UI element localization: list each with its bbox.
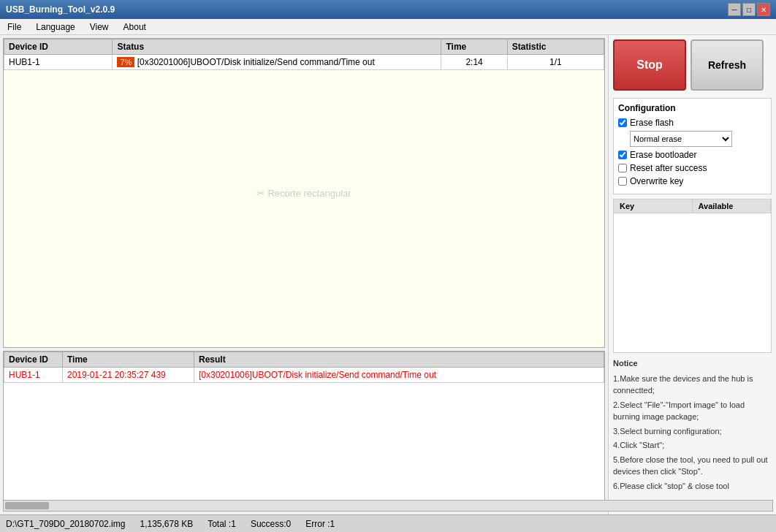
reset-after-success-row: Reset after success bbox=[618, 163, 767, 173]
upper-table-container: Device ID Status Time Statistic HUB1-1 7… bbox=[3, 38, 605, 348]
right-panel: Stop Refresh Configuration Erase flash N… bbox=[608, 35, 776, 514]
col-statistic: Statistic bbox=[507, 39, 604, 55]
minimize-button[interactable]: ─ bbox=[728, 3, 741, 16]
menu-view[interactable]: View bbox=[85, 20, 113, 34]
col-device-id: Device ID bbox=[4, 39, 113, 55]
action-buttons: Stop Refresh bbox=[613, 39, 772, 91]
overwrite-key-label: Overwrite key bbox=[630, 176, 683, 186]
key-table: Key Available bbox=[613, 199, 772, 353]
menu-about[interactable]: About bbox=[119, 20, 151, 34]
log-col-device-id: Device ID bbox=[4, 352, 63, 368]
col-time: Time bbox=[441, 39, 507, 55]
table-row: HUB1-1 7% [0x30201006]UBOOT/Disk initial… bbox=[4, 55, 604, 70]
menu-file[interactable]: File bbox=[3, 20, 26, 34]
log-col-result: Result bbox=[194, 352, 604, 368]
log-col-time: Time bbox=[63, 352, 194, 368]
erase-flash-checkbox[interactable] bbox=[618, 118, 627, 127]
row-status: 7% [0x30201006]UBOOT/Disk initialize/Sen… bbox=[113, 55, 441, 70]
overwrite-key-checkbox[interactable] bbox=[618, 177, 627, 186]
erase-bootloader-checkbox[interactable] bbox=[618, 151, 627, 159]
device-table: Device ID Status Time Statistic HUB1-1 7… bbox=[4, 39, 604, 70]
log-table: Device ID Time Result HUB1-1 2019-01-21 … bbox=[4, 352, 604, 383]
window-controls: ─ □ ✕ bbox=[728, 3, 770, 16]
file-size: 1,135,678 KB bbox=[140, 519, 193, 529]
row-time: 2:14 bbox=[441, 55, 507, 70]
watermark-icon: ✂ bbox=[256, 188, 265, 199]
erase-bootloader-row: Erase bootloader bbox=[618, 150, 767, 160]
log-device-id: HUB1-1 bbox=[4, 368, 63, 383]
menu-bar: File Language View About bbox=[0, 19, 776, 35]
key-col-key: Key bbox=[614, 200, 693, 213]
title-bar: USB_Burning_Tool_v2.0.9 ─ □ ✕ bbox=[0, 0, 776, 19]
notice-item-5: 5.Before close the tool, you need to pul… bbox=[613, 454, 772, 478]
key-table-header: Key Available bbox=[614, 200, 771, 213]
notice-item-1: 1.Make sure the devices and the hub is c… bbox=[613, 373, 772, 397]
watermark-text: Recorte rectangular bbox=[267, 188, 351, 199]
close-button[interactable]: ✕ bbox=[757, 3, 770, 16]
erase-flash-row: Erase flash bbox=[618, 118, 767, 128]
col-status: Status bbox=[113, 39, 441, 55]
reset-after-success-checkbox[interactable] bbox=[618, 164, 627, 172]
notice-item-6: 6.Please click "stop" & close tool bbox=[613, 480, 772, 493]
log-time: 2019-01-21 20:35:27 439 bbox=[63, 368, 194, 383]
notice-title: Notice bbox=[613, 357, 772, 370]
notice-item-3: 3.Select burning configuration; bbox=[613, 425, 772, 438]
row-statistic: 1/1 bbox=[507, 55, 604, 70]
status-bar: D:\GT1_709D0_20180702.img 1,135,678 KB T… bbox=[0, 514, 776, 532]
file-path: D:\GT1_709D0_20180702.img bbox=[6, 519, 125, 529]
app-title: USB_Burning_Tool_v2.0.9 bbox=[6, 4, 115, 15]
key-col-available: Available bbox=[693, 200, 772, 213]
log-result: [0x30201006]UBOOT/Disk initialize/Send c… bbox=[194, 368, 604, 383]
notice-section: Notice 1.Make sure the devices and the h… bbox=[613, 357, 772, 510]
reset-after-success-label: Reset after success bbox=[630, 163, 707, 173]
notice-item-4: 4.Click "Start"; bbox=[613, 439, 772, 452]
scrollbar-thumb[interactable] bbox=[5, 502, 49, 509]
overwrite-key-row: Overwrite key bbox=[618, 176, 767, 186]
success-count: Success:0 bbox=[251, 519, 291, 529]
status-percent: 7% bbox=[117, 57, 134, 67]
configuration-section: Configuration Erase flash Normal erase F… bbox=[613, 98, 772, 194]
stop-button[interactable]: Stop bbox=[613, 39, 686, 91]
row-device-id: HUB1-1 bbox=[4, 55, 113, 70]
status-text: [0x30201006]UBOOT/Disk initialize/Send c… bbox=[137, 57, 375, 67]
normal-erase-row: Normal erase Full erase bbox=[618, 131, 767, 150]
config-title: Configuration bbox=[618, 103, 767, 113]
erase-bootloader-label: Erase bootloader bbox=[630, 150, 696, 160]
left-panel: Device ID Status Time Statistic HUB1-1 7… bbox=[0, 35, 608, 514]
refresh-button[interactable]: Refresh bbox=[691, 39, 764, 91]
error-count: Error :1 bbox=[305, 519, 335, 529]
main-content: Device ID Status Time Statistic HUB1-1 7… bbox=[0, 35, 776, 514]
notice-item-2: 2.Select "File"-"Import image" to load b… bbox=[613, 399, 772, 423]
erase-type-select[interactable]: Normal erase Full erase bbox=[630, 131, 732, 147]
total-count: Total :1 bbox=[208, 519, 236, 529]
log-row: HUB1-1 2019-01-21 20:35:27 439 [0x302010… bbox=[4, 368, 604, 383]
log-table-container: Device ID Time Result HUB1-1 2019-01-21 … bbox=[3, 351, 605, 512]
erase-flash-label: Erase flash bbox=[630, 118, 674, 128]
maximize-button[interactable]: □ bbox=[742, 3, 756, 16]
menu-language[interactable]: Language bbox=[31, 20, 79, 34]
